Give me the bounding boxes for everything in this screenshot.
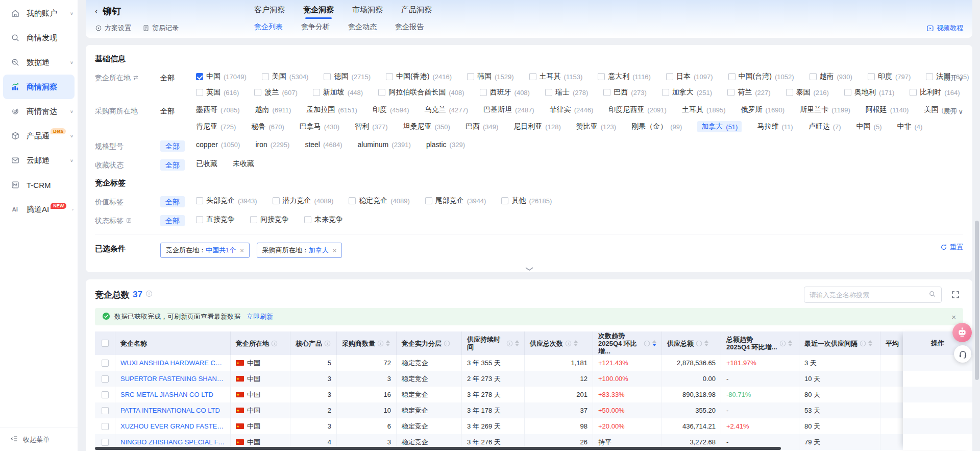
filter-option[interactable]: iron 2295 — [255, 140, 289, 149]
filter-option[interactable]: 坦桑尼亚 350 — [403, 122, 450, 131]
sidebar-item[interactable]: Ai 腾道AI NEW › — [0, 197, 78, 222]
filter-option[interactable]: 未来竞争 — [304, 215, 343, 224]
core-products-count[interactable]: 3 — [290, 371, 337, 387]
sort-icon[interactable] — [868, 340, 872, 346]
country-filter-option[interactable]: 新加坡 448 — [313, 88, 363, 97]
country-filter-option[interactable]: 阿拉伯联合酋长国 408 — [378, 88, 464, 97]
all-option[interactable]: 全部 — [160, 105, 196, 116]
country-filter-option[interactable]: 荷兰 227 — [727, 88, 770, 97]
supply-total-count[interactable]: 12 — [525, 371, 593, 387]
checkbox[interactable] — [254, 89, 261, 96]
company-name-link[interactable]: PATTA INTERNATIONAL CO LTD — [120, 407, 220, 414]
filter-option[interactable]: 其他 26185 — [501, 196, 552, 205]
buyer-count[interactable]: 72 — [337, 355, 397, 371]
banner-close-icon[interactable]: × — [951, 313, 956, 321]
filter-option[interactable]: 加拿大 51 — [697, 121, 742, 132]
expand-button[interactable]: 展开∨ — [943, 74, 963, 83]
top-tab[interactable]: 产品洞察 — [401, 5, 432, 19]
fullscreen-icon[interactable] — [949, 288, 962, 301]
filter-option[interactable]: 稳定竞企 4089 — [349, 196, 410, 205]
filter-option[interactable]: 肯尼亚 725 — [196, 122, 236, 131]
trade-records-button[interactable]: 贸易记录 — [142, 23, 179, 33]
checkbox[interactable] — [349, 197, 356, 204]
sub-tab[interactable]: 竞企动态 — [348, 22, 377, 32]
column-header[interactable]: 采购商数量 — [337, 331, 397, 355]
checkbox[interactable] — [598, 73, 605, 80]
filter-option[interactable]: 卢旺达 7 — [808, 122, 841, 131]
core-products-count[interactable]: 3 — [290, 387, 337, 402]
row-checkbox[interactable] — [102, 375, 109, 383]
company-name-link[interactable]: SUPERTOR FASTENING SHANGHAI... — [120, 375, 225, 383]
filter-option[interactable]: 尼日利亚 128 — [513, 122, 560, 131]
expand-button[interactable]: 展开∨ — [943, 107, 963, 116]
country-filter-option[interactable]: 日本 1097 — [666, 72, 713, 81]
country-filter-option[interactable]: 美国 5304 — [262, 72, 309, 81]
filter-option[interactable]: 阿根廷 1140 — [866, 105, 909, 114]
column-header[interactable]: 总额趋势 2025Q4 环比增... — [721, 331, 799, 355]
info-icon[interactable] — [696, 340, 702, 347]
sort-icon[interactable] — [386, 340, 390, 346]
sort-icon[interactable] — [515, 340, 519, 346]
row-checkbox[interactable] — [102, 423, 109, 430]
checkbox[interactable] — [603, 89, 610, 96]
country-filter-option[interactable]: 意大利 1116 — [598, 72, 651, 81]
row-checkbox[interactable] — [102, 439, 109, 446]
buyer-count[interactable]: 6 — [337, 418, 397, 434]
info-icon[interactable] — [145, 290, 153, 300]
filter-option[interactable]: 头部竞企 3943 — [196, 196, 257, 205]
sub-tab[interactable]: 竞企列表 — [254, 22, 283, 32]
filter-option[interactable]: copper 1050 — [196, 140, 240, 149]
horizontal-scrollbar[interactable] — [95, 447, 781, 450]
column-header[interactable]: 竞企名称 — [115, 331, 231, 355]
info-icon[interactable] — [506, 340, 513, 347]
country-filter-option[interactable]: 越南 930 — [810, 72, 852, 81]
row-checkbox[interactable] — [102, 407, 109, 414]
column-header[interactable]: 供应持续时间 — [462, 331, 525, 355]
checkbox[interactable] — [868, 73, 875, 80]
info-icon[interactable] — [377, 340, 384, 347]
sidebar-item[interactable]: 商情雷达 ∨ — [0, 99, 78, 124]
country-filter-option[interactable]: 波兰 607 — [254, 88, 297, 97]
checkbox[interactable] — [926, 73, 933, 80]
country-filter-option[interactable]: 印度 797 — [868, 72, 911, 81]
core-products-count[interactable]: 5 — [290, 355, 337, 371]
sort-icon[interactable] — [788, 340, 792, 346]
checkbox[interactable] — [810, 73, 817, 80]
country-filter-option[interactable]: 土耳其 1153 — [529, 72, 583, 81]
filter-option[interactable]: 巴拿马 430 — [300, 122, 339, 131]
checkbox[interactable] — [529, 73, 536, 80]
sidebar-item[interactable]: 商情发现 — [0, 26, 78, 50]
sort-icon[interactable] — [574, 340, 578, 346]
customer-service-button[interactable] — [954, 345, 971, 363]
checkbox[interactable] — [250, 216, 257, 223]
buyer-count[interactable]: 16 — [337, 387, 397, 402]
country-filter-option[interactable]: 巴西 273 — [603, 88, 646, 97]
filter-option[interactable]: 间接竞争 — [250, 215, 289, 224]
filter-option[interactable]: 刚果（金） 99 — [631, 122, 682, 131]
filter-option[interactable]: 智利 377 — [355, 122, 387, 131]
ai-assistant-button[interactable] — [952, 323, 972, 342]
filter-option[interactable]: 菲律宾 2446 — [550, 105, 594, 114]
core-products-count[interactable]: 3 — [290, 418, 337, 434]
checkbox[interactable] — [666, 73, 673, 80]
company-name-link[interactable]: WUXI ANSHIDA HARDWARE CO LTD — [120, 359, 225, 367]
all-option[interactable]: 全部 — [160, 72, 196, 83]
search-icon[interactable] — [928, 290, 936, 300]
filter-option[interactable]: 墨西哥 7085 — [196, 105, 240, 114]
info-icon[interactable] — [860, 340, 866, 347]
plan-settings-button[interactable]: 方案设置 — [95, 23, 131, 33]
filter-option[interactable]: 斯里兰卡 1199 — [800, 105, 850, 114]
country-filter-option[interactable]: 中国 17049 — [196, 72, 247, 81]
buyer-count[interactable]: 10 — [337, 402, 397, 418]
checkbox[interactable] — [480, 89, 487, 96]
core-products-count[interactable]: 2 — [290, 402, 337, 418]
filter-option[interactable]: 孟加拉国 6151 — [306, 105, 357, 114]
country-filter-option[interactable]: 韩国 1529 — [467, 72, 514, 81]
supply-total-count[interactable]: 98 — [525, 418, 593, 434]
filter-option[interactable]: 俄罗斯 1690 — [741, 105, 785, 114]
column-header[interactable]: 竞企实力分层 — [397, 331, 462, 355]
collapse-menu-button[interactable]: 收起菜单 — [0, 428, 78, 451]
filter-option[interactable]: 印度尼西亚 2091 — [608, 105, 667, 114]
column-header[interactable]: 竞企所在地 — [231, 331, 290, 355]
country-filter-option[interactable]: 奥地利 171 — [844, 88, 894, 97]
